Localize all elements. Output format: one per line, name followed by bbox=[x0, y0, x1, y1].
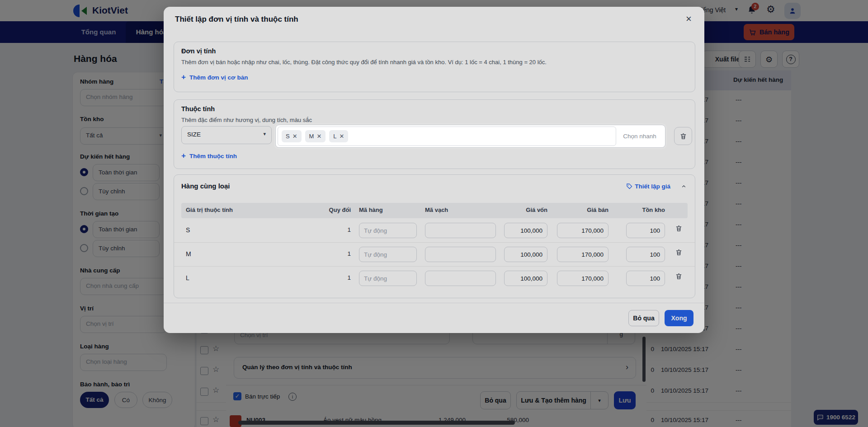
remove-tag-icon[interactable]: ✕ bbox=[316, 133, 321, 140]
quick-select-link[interactable]: Chọn nhanh bbox=[616, 133, 663, 140]
remove-tag-icon[interactable]: ✕ bbox=[292, 133, 297, 140]
attribute-tag: S ✕ bbox=[282, 130, 302, 142]
attribute-values-box: S ✕ M ✕ L ✕ Chọn nhanh bbox=[275, 125, 665, 148]
attribute-tag: L ✕ bbox=[329, 130, 348, 142]
tag-label: L bbox=[333, 133, 336, 140]
remove-tag-icon[interactable]: ✕ bbox=[340, 133, 344, 140]
attribute-tag: M ✕ bbox=[305, 130, 326, 142]
units-attributes-modal: Thiết lập đơn vị tính và thuộc tính × Đơ… bbox=[164, 7, 704, 333]
attribute-values-input[interactable]: S ✕ M ✕ L ✕ bbox=[278, 127, 616, 146]
tag-label: S bbox=[286, 133, 290, 140]
tag-label: M bbox=[309, 133, 314, 140]
modal-spotlight-dim bbox=[164, 7, 704, 333]
